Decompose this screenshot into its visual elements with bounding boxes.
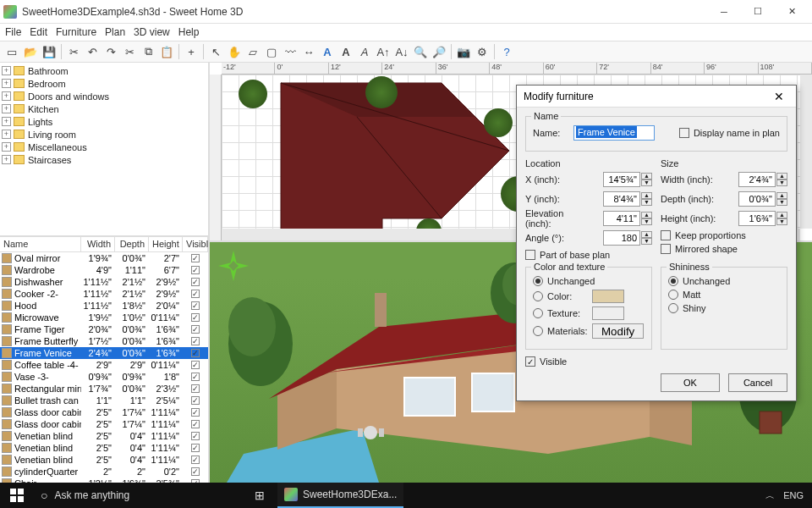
row-visible-checkbox[interactable]: ✓ bbox=[191, 301, 200, 310]
keepprop-checkbox[interactable] bbox=[661, 230, 671, 240]
width-input[interactable]: ▲▼ bbox=[738, 172, 787, 187]
row-visible-checkbox[interactable]: ✓ bbox=[191, 408, 200, 417]
tree-item[interactable]: +Lights bbox=[2, 115, 206, 128]
row-visible-checkbox[interactable]: ✓ bbox=[191, 278, 200, 286]
row-visible-checkbox[interactable]: ✓ bbox=[191, 384, 200, 393]
col-name[interactable]: Name bbox=[0, 237, 81, 251]
catalog-tree[interactable]: +Bathroom+Bedroom+Doors and windows+Kitc… bbox=[0, 63, 208, 237]
ok-button[interactable]: OK bbox=[661, 373, 720, 392]
texture-swatch[interactable] bbox=[592, 306, 624, 320]
table-row[interactable]: Frame Butterfly1'7½"0'0¾"1'6¾"✓ bbox=[0, 335, 208, 347]
tree-item[interactable]: +Bedroom bbox=[2, 77, 206, 90]
table-row[interactable]: Venetian blind2'5"0'4"1'11¼"✓ bbox=[0, 430, 208, 442]
plan-vscroll[interactable] bbox=[800, 75, 812, 229]
help-icon[interactable]: ? bbox=[498, 43, 515, 60]
task-view-icon[interactable]: ⊞ bbox=[245, 489, 274, 502]
tray-chevron-icon[interactable]: ︿ bbox=[765, 489, 775, 502]
angle-input[interactable]: ▲▼ bbox=[603, 230, 652, 246]
paste-icon[interactable]: 📋 bbox=[158, 43, 175, 60]
table-row[interactable]: Cooker -2-1'11½"2'1½"2'9½"✓ bbox=[0, 288, 208, 300]
minimize-button[interactable]: ─ bbox=[707, 0, 741, 24]
row-visible-checkbox[interactable]: ✓ bbox=[191, 349, 200, 357]
menu-file[interactable]: File bbox=[5, 26, 21, 38]
new-icon[interactable]: ▭ bbox=[3, 43, 20, 60]
col-visible[interactable]: Visible bbox=[183, 237, 208, 251]
menu-help[interactable]: Help bbox=[178, 26, 200, 38]
baseplan-checkbox[interactable] bbox=[525, 250, 535, 260]
table-row[interactable]: Venetian blind2'5"0'4"1'11¼"✓ bbox=[0, 454, 208, 466]
table-row[interactable]: Frame Venice2'4¾"0'0¾"1'6¾"✓ bbox=[0, 347, 208, 359]
redo-icon[interactable]: ↷ bbox=[102, 43, 119, 60]
table-row[interactable]: Dishwasher1'11½"2'1½"2'9½"✓ bbox=[0, 276, 208, 288]
row-visible-checkbox[interactable]: ✓ bbox=[191, 373, 200, 381]
cut2-icon[interactable]: ✂ bbox=[121, 43, 138, 60]
cut-icon[interactable]: ✂ bbox=[65, 43, 82, 60]
table-row[interactable]: Rectangular mirror1'7¾"0'0¾"2'3½"✓ bbox=[0, 383, 208, 395]
maximize-button[interactable]: ☐ bbox=[741, 0, 775, 24]
table-row[interactable]: Oval mirror1'9¾"0'0¾"2'7"✓ bbox=[0, 252, 208, 264]
modify-materials-button[interactable]: Modify bbox=[592, 323, 644, 339]
zoom-in-icon[interactable]: 🔍 bbox=[412, 43, 429, 60]
row-visible-checkbox[interactable]: ✓ bbox=[191, 290, 200, 298]
x-input[interactable]: ▲▼ bbox=[603, 172, 652, 187]
table-row[interactable]: Hood1'11½"1'8½"2'0¼"✓ bbox=[0, 300, 208, 312]
tree-item[interactable]: +Kitchen bbox=[2, 102, 206, 115]
select-icon[interactable]: ↖ bbox=[207, 43, 224, 60]
expander-icon[interactable]: + bbox=[2, 155, 11, 164]
row-visible-checkbox[interactable]: ✓ bbox=[191, 444, 200, 452]
polyline-icon[interactable]: 〰 bbox=[282, 43, 299, 60]
table-row[interactable]: Glass door cabinet -2-2'5"1'7¼"1'11¼"✓ bbox=[0, 418, 208, 430]
open-icon[interactable]: 📂 bbox=[22, 43, 39, 60]
dimension-icon[interactable]: ↔ bbox=[300, 43, 317, 60]
copy-icon[interactable]: ⧉ bbox=[140, 43, 156, 60]
row-visible-checkbox[interactable]: ✓ bbox=[191, 420, 200, 428]
visible-checkbox[interactable]: ✓ bbox=[525, 356, 535, 367]
table-row[interactable]: Coffee table -4-2'9"2'9"0'11¼"✓ bbox=[0, 359, 208, 371]
expander-icon[interactable]: + bbox=[2, 104, 11, 113]
table-row[interactable]: Venetian blind2'5"0'4"1'11¼"✓ bbox=[0, 442, 208, 454]
row-visible-checkbox[interactable]: ✓ bbox=[191, 432, 200, 440]
menu-furniture[interactable]: Furniture bbox=[56, 26, 96, 38]
shine-unchanged-radio[interactable] bbox=[668, 276, 678, 286]
camera-icon[interactable]: 📷 bbox=[455, 43, 472, 60]
expander-icon[interactable]: + bbox=[2, 130, 11, 139]
elevation-input[interactable]: ▲▼ bbox=[603, 211, 652, 226]
expander-icon[interactable]: + bbox=[2, 79, 11, 88]
undo-icon[interactable]: ↶ bbox=[84, 43, 101, 60]
materials-radio[interactable] bbox=[533, 326, 543, 336]
text-bold-icon[interactable]: A bbox=[337, 43, 354, 60]
expander-icon[interactable]: + bbox=[2, 142, 11, 152]
texture-radio[interactable] bbox=[533, 308, 543, 318]
furniture-list-header[interactable]: Name Width Depth Height Visible bbox=[0, 237, 208, 252]
mirrored-checkbox[interactable] bbox=[661, 244, 671, 254]
pan-icon[interactable]: ✋ bbox=[226, 43, 243, 60]
tray-lang[interactable]: ENG bbox=[783, 490, 804, 500]
room-icon[interactable]: ▢ bbox=[263, 43, 280, 60]
row-visible-checkbox[interactable]: ✓ bbox=[191, 313, 200, 322]
menu-plan[interactable]: Plan bbox=[105, 26, 125, 38]
unchanged-radio[interactable] bbox=[533, 276, 543, 286]
tree-item[interactable]: +Miscellaneous bbox=[2, 141, 206, 153]
table-row[interactable]: Bullet trash can1'1"1'1"2'5¼"✓ bbox=[0, 395, 208, 406]
settings-icon[interactable]: ⚙ bbox=[474, 43, 491, 60]
height-input[interactable]: ▲▼ bbox=[738, 211, 787, 226]
text-ital-icon[interactable]: A bbox=[356, 43, 373, 60]
shiny-radio[interactable] bbox=[668, 303, 678, 313]
row-visible-checkbox[interactable]: ✓ bbox=[191, 266, 200, 274]
close-button[interactable]: ✕ bbox=[775, 0, 809, 24]
taskbar-search[interactable]: ○Ask me anything bbox=[34, 483, 245, 508]
start-button[interactable] bbox=[0, 483, 34, 508]
compass-icon[interactable] bbox=[217, 249, 250, 283]
dialog-close-button[interactable]: ✕ bbox=[769, 90, 789, 103]
expander-icon[interactable]: + bbox=[2, 91, 11, 101]
table-row[interactable]: Frame Tiger2'0¾"0'0¾"1'6¾"✓ bbox=[0, 323, 208, 335]
save-icon[interactable]: 💾 bbox=[41, 43, 58, 60]
taskbar-app[interactable]: SweetHome3DExa... bbox=[277, 483, 403, 508]
zoom-out-icon[interactable]: 🔎 bbox=[431, 43, 447, 60]
name-input[interactable]: Frame Venice bbox=[573, 125, 655, 141]
y-input[interactable]: ▲▼ bbox=[603, 191, 652, 207]
text-icon[interactable]: A bbox=[319, 43, 336, 60]
add-furniture-icon[interactable]: + bbox=[183, 43, 200, 60]
tree-item[interactable]: +Doors and windows bbox=[2, 90, 206, 102]
color-swatch[interactable] bbox=[592, 290, 624, 303]
